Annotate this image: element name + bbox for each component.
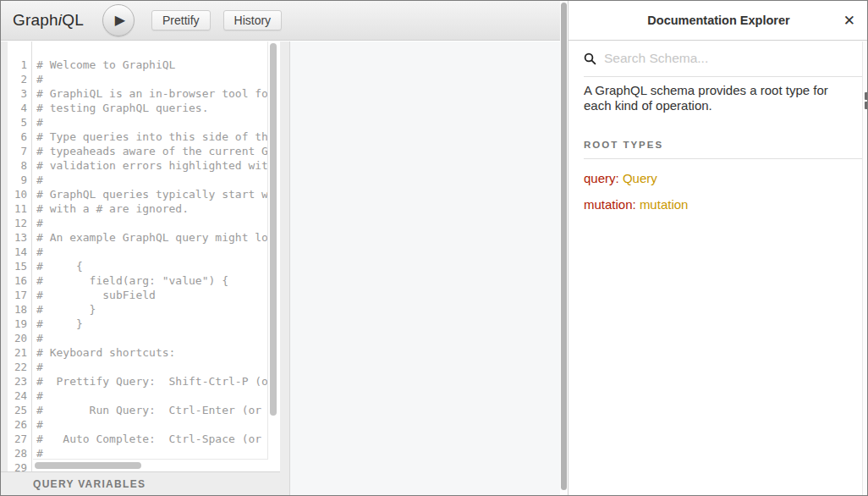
- page-scrollbar-track: [560, 1, 568, 496]
- line-number: 17: [8, 288, 31, 302]
- line-number: 14: [8, 245, 31, 259]
- code-line: # GraphiQL is an in-browser tool fo: [36, 86, 268, 101]
- doc-scrollbar-thumb[interactable]: [865, 92, 868, 100]
- line-number: 5: [8, 115, 31, 130]
- code-line: # Welcome to GraphiQL: [36, 58, 268, 72]
- editor-right-border: [267, 41, 268, 459]
- code-line: #: [36, 331, 268, 345]
- editor-bottom-border: [33, 459, 268, 460]
- graphiql-window: GraphiQL ▶ Prettify History 123456789101…: [0, 0, 868, 496]
- line-number: 8: [8, 158, 31, 173]
- line-number: 12: [8, 216, 31, 230]
- schema-description: A GraphQL schema provides a root type fo…: [584, 83, 854, 113]
- doc-explorer-header: Documentation Explorer ✕: [569, 1, 868, 41]
- root-type-mutation[interactable]: mutation: mutation: [584, 197, 854, 212]
- query-variables-bar[interactable]: QUERY VARIABLES: [1, 471, 280, 496]
- line-number: 23: [8, 374, 31, 389]
- line-number: 27: [8, 432, 31, 446]
- query-type-link[interactable]: Query: [623, 171, 657, 185]
- line-number: 4: [8, 101, 31, 115]
- code-line: #: [36, 417, 268, 432]
- code-line: # field(arg: "value") {: [36, 273, 268, 288]
- root-type-query[interactable]: query: Query: [584, 171, 854, 185]
- code-line: # Prettify Query: Shift-Ctrl-P (o: [36, 374, 268, 389]
- schema-search-row: [584, 41, 862, 77]
- line-number: 11: [8, 201, 31, 216]
- line-number: 6: [8, 130, 31, 144]
- code-line: #: [36, 115, 268, 130]
- line-numbers: 1234567891011121314151617181920212223242…: [8, 41, 32, 471]
- line-number: 9: [8, 173, 31, 187]
- code-line: #: [36, 72, 268, 86]
- doc-scrollbar-track: [862, 41, 868, 495]
- line-number: 26: [8, 417, 31, 432]
- code-line: # Keyboard shortcuts:: [36, 345, 268, 360]
- line-number: 13: [8, 230, 31, 245]
- code-line: # subField: [36, 288, 268, 302]
- code-line: #: [36, 389, 268, 403]
- query-field-label: query:: [584, 171, 619, 185]
- code-line: # Run Query: Ctrl-Enter (or: [36, 403, 268, 417]
- doc-explorer-title: Documentation Explorer: [647, 14, 789, 27]
- line-number: 16: [8, 273, 31, 288]
- code-line: # testing GraphQL queries.: [36, 101, 268, 115]
- left-edge-strip: [1, 41, 8, 471]
- line-number: 18: [8, 302, 31, 317]
- editor-vertical-scrollbar[interactable]: [270, 43, 277, 416]
- code-line: #: [36, 245, 268, 259]
- code-line: #: [36, 216, 268, 230]
- graphiql-logo: GraphiQL: [13, 11, 84, 30]
- search-icon: [584, 52, 596, 65]
- line-number: 28: [8, 446, 31, 460]
- line-number: 24: [8, 389, 31, 403]
- editor-horizontal-scrollbar[interactable]: [35, 462, 141, 469]
- line-number: 25: [8, 403, 31, 417]
- line-number: 15: [8, 259, 31, 273]
- history-button[interactable]: History: [223, 10, 283, 30]
- code-line: # An example GraphQL query might lo: [36, 230, 268, 245]
- line-number: 3: [8, 86, 31, 101]
- schema-search-input[interactable]: [604, 51, 841, 66]
- query-editor-pane: 1234567891011121314151617181920212223242…: [8, 41, 280, 471]
- line-number: 22: [8, 360, 31, 374]
- prettify-button[interactable]: Prettify: [151, 10, 211, 30]
- documentation-explorer: Documentation Explorer ✕ A GraphQL schem…: [568, 1, 868, 496]
- code-line: # with a # are ignored.: [36, 201, 268, 216]
- root-types-divider: [584, 158, 862, 159]
- line-number: 29: [8, 460, 31, 471]
- line-number: 19: [8, 317, 31, 331]
- line-number: 21: [8, 345, 31, 360]
- toolbar: GraphiQL ▶ Prettify History: [1, 1, 560, 41]
- play-icon: ▶: [112, 14, 125, 27]
- execute-query-button[interactable]: ▶: [102, 4, 135, 36]
- logo-text-pre: Graph: [13, 11, 58, 29]
- code-line: #: [36, 446, 268, 459]
- line-number: 10: [8, 187, 31, 201]
- logo-text-post: QL: [62, 11, 84, 29]
- doc-scrollbar-thumb[interactable]: [865, 102, 868, 109]
- code-line: # {: [36, 259, 268, 273]
- page-scrollbar-thumb[interactable]: [561, 3, 567, 490]
- code-line: # Auto Complete: Ctrl-Space (or: [36, 432, 268, 446]
- query-editor[interactable]: # Welcome to GraphiQL## GraphiQL is an i…: [36, 41, 268, 459]
- root-types-heading: ROOT TYPES: [584, 140, 854, 150]
- code-line: # Type queries into this side of th: [36, 130, 268, 144]
- code-line: #: [36, 360, 268, 374]
- code-line: # }: [36, 302, 268, 317]
- code-line: #: [36, 173, 268, 187]
- code-line: # validation errors highlighted wit: [36, 158, 268, 173]
- code-line: # typeaheads aware of the current G: [36, 144, 268, 158]
- line-number: 7: [8, 144, 31, 158]
- mutation-field-label: mutation:: [584, 197, 636, 212]
- line-number: 1: [8, 58, 31, 72]
- result-pane: [289, 41, 560, 496]
- line-number: 20: [8, 331, 31, 345]
- mutation-type-link[interactable]: mutation: [640, 197, 689, 212]
- query-variables-label: QUERY VARIABLES: [33, 478, 146, 490]
- code-line: # }: [36, 317, 268, 331]
- pane-resize-handle[interactable]: [280, 41, 289, 496]
- close-icon[interactable]: ✕: [843, 14, 855, 28]
- line-number: 2: [8, 72, 31, 86]
- code-line: # GraphQL queries typically start w: [36, 187, 268, 201]
